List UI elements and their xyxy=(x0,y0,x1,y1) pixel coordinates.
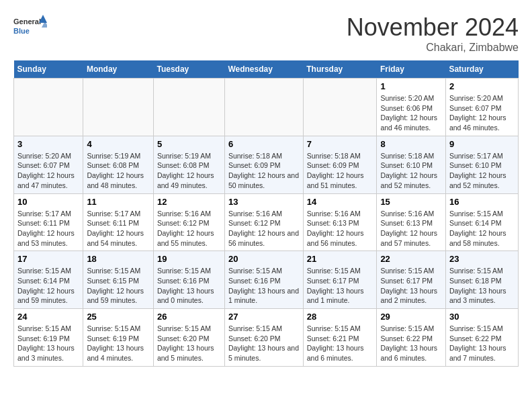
day-info: Sunrise: 5:15 AM Sunset: 6:14 PM Dayligh… xyxy=(449,209,515,248)
svg-text:General: General xyxy=(13,17,41,26)
day-info: Sunrise: 5:15 AM Sunset: 6:14 PM Dayligh… xyxy=(17,266,79,306)
day-info: Sunrise: 5:16 AM Sunset: 6:13 PM Dayligh… xyxy=(380,209,442,248)
table-row: 13Sunrise: 5:16 AM Sunset: 6:12 PM Dayli… xyxy=(224,193,303,251)
day-info: Sunrise: 5:15 AM Sunset: 6:20 PM Dayligh… xyxy=(228,324,300,363)
calendar-week-3: 10Sunrise: 5:17 AM Sunset: 6:11 PM Dayli… xyxy=(14,193,519,251)
day-info: Sunrise: 5:15 AM Sunset: 6:17 PM Dayligh… xyxy=(307,266,373,306)
table-row: 26Sunrise: 5:15 AM Sunset: 6:20 PM Dayli… xyxy=(153,309,224,367)
table-row: 6Sunrise: 5:18 AM Sunset: 6:09 PM Daylig… xyxy=(224,136,303,193)
day-number: 23 xyxy=(449,254,515,264)
table-row xyxy=(224,79,303,136)
col-thursday: Thursday xyxy=(303,60,377,79)
table-row: 15Sunrise: 5:16 AM Sunset: 6:13 PM Dayli… xyxy=(377,193,446,251)
table-row: 30Sunrise: 5:15 AM Sunset: 6:22 PM Dayli… xyxy=(445,309,518,367)
calendar-header-row: Sunday Monday Tuesday Wednesday Thursday… xyxy=(14,60,519,79)
table-row xyxy=(14,79,83,136)
day-number: 12 xyxy=(157,197,221,207)
day-info: Sunrise: 5:18 AM Sunset: 6:09 PM Dayligh… xyxy=(307,151,373,191)
day-info: Sunrise: 5:15 AM Sunset: 6:19 PM Dayligh… xyxy=(17,324,79,363)
table-row: 19Sunrise: 5:15 AM Sunset: 6:16 PM Dayli… xyxy=(153,251,224,309)
table-row: 8Sunrise: 5:18 AM Sunset: 6:10 PM Daylig… xyxy=(377,136,446,193)
table-row: 5Sunrise: 5:19 AM Sunset: 6:08 PM Daylig… xyxy=(153,136,224,193)
day-number: 26 xyxy=(157,312,221,322)
day-number: 16 xyxy=(449,197,515,207)
day-number: 7 xyxy=(307,139,373,149)
table-row: 27Sunrise: 5:15 AM Sunset: 6:20 PM Dayli… xyxy=(224,309,303,367)
day-info: Sunrise: 5:19 AM Sunset: 6:08 PM Dayligh… xyxy=(157,151,221,191)
table-row: 1Sunrise: 5:20 AM Sunset: 6:06 PM Daylig… xyxy=(377,79,446,136)
day-number: 8 xyxy=(380,139,442,149)
table-row: 25Sunrise: 5:15 AM Sunset: 6:19 PM Dayli… xyxy=(83,309,154,367)
day-info: Sunrise: 5:15 AM Sunset: 6:19 PM Dayligh… xyxy=(87,324,150,363)
table-row: 17Sunrise: 5:15 AM Sunset: 6:14 PM Dayli… xyxy=(14,251,83,309)
day-info: Sunrise: 5:17 AM Sunset: 6:11 PM Dayligh… xyxy=(87,209,150,248)
day-info: Sunrise: 5:16 AM Sunset: 6:12 PM Dayligh… xyxy=(228,209,300,248)
calendar-week-5: 24Sunrise: 5:15 AM Sunset: 6:19 PM Dayli… xyxy=(14,309,519,367)
col-wednesday: Wednesday xyxy=(224,60,303,79)
day-info: Sunrise: 5:15 AM Sunset: 6:16 PM Dayligh… xyxy=(228,266,300,306)
table-row xyxy=(153,79,224,136)
col-friday: Friday xyxy=(377,60,446,79)
day-number: 29 xyxy=(380,312,442,322)
day-info: Sunrise: 5:17 AM Sunset: 6:10 PM Dayligh… xyxy=(449,151,515,191)
table-row xyxy=(83,79,154,136)
day-number: 25 xyxy=(87,312,150,322)
day-number: 3 xyxy=(17,139,79,149)
day-number: 21 xyxy=(307,254,373,264)
day-number: 6 xyxy=(228,139,300,149)
col-monday: Monday xyxy=(83,60,154,79)
page-title: November 2024 xyxy=(347,13,519,42)
day-number: 27 xyxy=(228,312,300,322)
page-header: General Blue November 2024 Chakari, Zimb… xyxy=(13,13,519,54)
table-row: 29Sunrise: 5:15 AM Sunset: 6:22 PM Dayli… xyxy=(377,309,446,367)
day-info: Sunrise: 5:17 AM Sunset: 6:11 PM Dayligh… xyxy=(17,209,79,248)
day-number: 2 xyxy=(449,81,515,91)
logo: General Blue xyxy=(13,13,47,40)
calendar-table: Sunday Monday Tuesday Wednesday Thursday… xyxy=(13,60,519,367)
day-info: Sunrise: 5:18 AM Sunset: 6:09 PM Dayligh… xyxy=(228,151,300,191)
svg-text:Blue: Blue xyxy=(13,27,30,35)
day-number: 20 xyxy=(228,254,300,264)
day-info: Sunrise: 5:15 AM Sunset: 6:22 PM Dayligh… xyxy=(380,324,442,363)
day-number: 13 xyxy=(228,197,300,207)
day-info: Sunrise: 5:15 AM Sunset: 6:16 PM Dayligh… xyxy=(157,266,221,306)
day-info: Sunrise: 5:16 AM Sunset: 6:12 PM Dayligh… xyxy=(157,209,221,248)
calendar-week-4: 17Sunrise: 5:15 AM Sunset: 6:14 PM Dayli… xyxy=(14,251,519,309)
day-info: Sunrise: 5:15 AM Sunset: 6:21 PM Dayligh… xyxy=(307,324,373,363)
day-number: 28 xyxy=(307,312,373,322)
table-row: 9Sunrise: 5:17 AM Sunset: 6:10 PM Daylig… xyxy=(445,136,518,193)
table-row: 22Sunrise: 5:15 AM Sunset: 6:17 PM Dayli… xyxy=(377,251,446,309)
day-info: Sunrise: 5:15 AM Sunset: 6:20 PM Dayligh… xyxy=(157,324,221,363)
day-info: Sunrise: 5:15 AM Sunset: 6:22 PM Dayligh… xyxy=(449,324,515,363)
table-row: 21Sunrise: 5:15 AM Sunset: 6:17 PM Dayli… xyxy=(303,251,377,309)
day-number: 10 xyxy=(17,197,79,207)
logo-svg: General Blue xyxy=(13,13,47,40)
day-info: Sunrise: 5:19 AM Sunset: 6:08 PM Dayligh… xyxy=(87,151,150,191)
day-number: 1 xyxy=(380,81,442,91)
day-info: Sunrise: 5:16 AM Sunset: 6:13 PM Dayligh… xyxy=(307,209,373,248)
table-row: 10Sunrise: 5:17 AM Sunset: 6:11 PM Dayli… xyxy=(14,193,83,251)
day-number: 4 xyxy=(87,139,150,149)
day-info: Sunrise: 5:18 AM Sunset: 6:10 PM Dayligh… xyxy=(380,151,442,191)
table-row: 12Sunrise: 5:16 AM Sunset: 6:12 PM Dayli… xyxy=(153,193,224,251)
table-row: 7Sunrise: 5:18 AM Sunset: 6:09 PM Daylig… xyxy=(303,136,377,193)
day-info: Sunrise: 5:20 AM Sunset: 6:07 PM Dayligh… xyxy=(449,93,515,133)
calendar-week-2: 3Sunrise: 5:20 AM Sunset: 6:07 PM Daylig… xyxy=(14,136,519,193)
table-row: 3Sunrise: 5:20 AM Sunset: 6:07 PM Daylig… xyxy=(14,136,83,193)
table-row: 16Sunrise: 5:15 AM Sunset: 6:14 PM Dayli… xyxy=(445,193,518,251)
day-number: 17 xyxy=(17,254,79,264)
table-row: 2Sunrise: 5:20 AM Sunset: 6:07 PM Daylig… xyxy=(445,79,518,136)
page-subtitle: Chakari, Zimbabwe xyxy=(347,42,519,54)
table-row: 18Sunrise: 5:15 AM Sunset: 6:15 PM Dayli… xyxy=(83,251,154,309)
day-info: Sunrise: 5:15 AM Sunset: 6:17 PM Dayligh… xyxy=(380,266,442,306)
table-row: 24Sunrise: 5:15 AM Sunset: 6:19 PM Dayli… xyxy=(14,309,83,367)
calendar-week-1: 1Sunrise: 5:20 AM Sunset: 6:06 PM Daylig… xyxy=(14,79,519,136)
day-number: 30 xyxy=(449,312,515,322)
day-number: 24 xyxy=(17,312,79,322)
day-number: 5 xyxy=(157,139,221,149)
day-number: 19 xyxy=(157,254,221,264)
day-number: 15 xyxy=(380,197,442,207)
day-number: 14 xyxy=(307,197,373,207)
table-row: 11Sunrise: 5:17 AM Sunset: 6:11 PM Dayli… xyxy=(83,193,154,251)
col-saturday: Saturday xyxy=(445,60,518,79)
